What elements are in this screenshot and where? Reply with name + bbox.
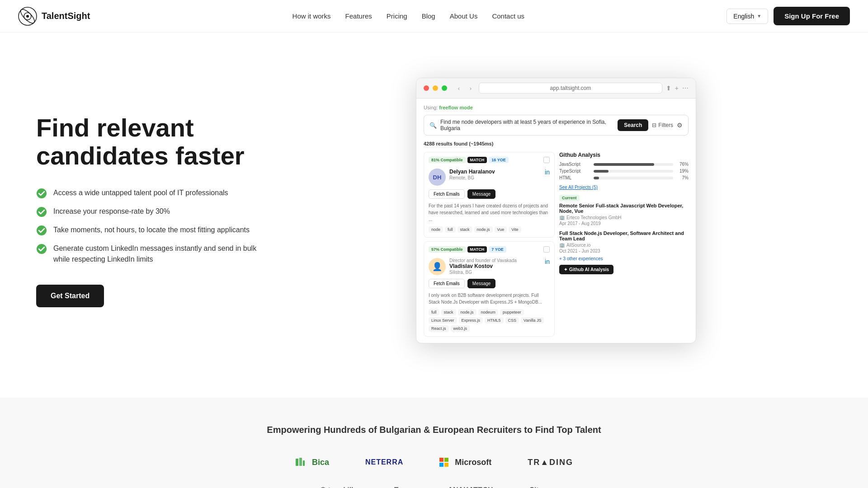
bar-pct-js: 76% bbox=[676, 162, 689, 167]
candidate-2-avatar: 👤 bbox=[429, 258, 446, 275]
svg-rect-8 bbox=[296, 459, 298, 466]
candidate-1-info: DH Delyan Haralanov Remote, BG in bbox=[429, 169, 550, 186]
skill-2-nodejs: node.js bbox=[458, 309, 476, 315]
candidate-card-1: 81% Compatible MATCH 16 YOE DH Delyan Ha… bbox=[424, 152, 555, 238]
search-icon: 🔍 bbox=[429, 122, 437, 129]
signup-button[interactable]: Sign Up For Free bbox=[774, 7, 850, 25]
nav-pricing[interactable]: Pricing bbox=[387, 12, 407, 20]
candidate-1-location: Remote, BG bbox=[449, 175, 541, 180]
browser-maximize-dot bbox=[442, 85, 447, 91]
candidate-1-checkbox[interactable] bbox=[543, 157, 550, 163]
fetch-emails-btn-1[interactable]: Fetch Emails bbox=[429, 189, 465, 199]
partner-bica: Bica bbox=[295, 457, 329, 468]
more-icon: ⋯ bbox=[682, 84, 689, 92]
hero-section: Find relevant candidates faster Access a… bbox=[0, 33, 868, 398]
compatible-badge-1: 81% Compatible bbox=[429, 157, 466, 163]
job-entry-2: Full Stack Node.js Developer, Software A… bbox=[559, 230, 689, 253]
candidate-2-checkbox[interactable] bbox=[543, 246, 550, 253]
skill-2-express: Express.js bbox=[459, 317, 483, 324]
logo-link[interactable]: TalentSight bbox=[18, 7, 90, 26]
get-started-button[interactable]: Get Started bbox=[36, 285, 104, 307]
microsoft-label: Microsoft bbox=[455, 458, 491, 467]
search-bar[interactable]: 🔍 Find me node developers with at least … bbox=[424, 115, 689, 136]
job-entry-1: Current Remote Senior Full-stack Javascr… bbox=[559, 194, 689, 226]
compatible-badge-2: 57% Compatible bbox=[429, 246, 466, 253]
candidate-2-badges: 57% Compatible MATCH 7 YOE bbox=[429, 246, 506, 253]
job-dates-1: Apr 2017 - Aug 2019 bbox=[559, 221, 689, 226]
skill-2-html5: HTML5 bbox=[485, 317, 504, 324]
mode-value: freeflow mode bbox=[439, 105, 473, 110]
feature-item-3: Take moments, not hours, to locate the m… bbox=[36, 225, 262, 236]
see-projects-link[interactable]: See All Projects (5) bbox=[559, 185, 689, 190]
nav-about[interactable]: About Us bbox=[450, 12, 478, 20]
skill-stack: stack bbox=[458, 226, 472, 233]
bar-track-js bbox=[594, 163, 673, 166]
feature-item-1: Access a wide untapped talent pool of IT… bbox=[36, 188, 262, 199]
anakatech-label: ANAKATECH bbox=[448, 486, 493, 488]
github-bar-js: JavaScript 76% bbox=[559, 162, 689, 167]
match-badge-2: MATCH bbox=[467, 246, 487, 253]
skill-2-full: full bbox=[429, 309, 439, 315]
skill-node: node bbox=[429, 226, 443, 233]
share-icon: ⬆ bbox=[666, 84, 671, 92]
bar-label-html: HTML bbox=[559, 175, 591, 180]
svg-point-4 bbox=[37, 188, 47, 198]
bar-pct-html: 7% bbox=[676, 175, 689, 180]
skill-full: full bbox=[445, 226, 456, 233]
feature-item-2: Increase your response-rate by 30% bbox=[36, 206, 262, 217]
check-icon-1 bbox=[36, 188, 47, 199]
nav-features[interactable]: Features bbox=[345, 12, 372, 20]
feature-item-4: Generate custom LinkedIn messages instan… bbox=[36, 243, 262, 265]
company-icon-1: 🏢 bbox=[559, 215, 565, 220]
hero-illustration: ‹ › app.taltsight.com ⬆ + ⋯ Using: freef… bbox=[280, 78, 832, 343]
browser-forward-icon: › bbox=[466, 84, 475, 93]
browser-back-icon: ‹ bbox=[454, 84, 463, 93]
skill-2-vanilla: Vanilla JS bbox=[521, 317, 544, 324]
hero-content: Find relevant candidates faster Access a… bbox=[36, 114, 262, 307]
language-selector[interactable]: English ▼ bbox=[726, 9, 768, 24]
fetch-emails-btn-2[interactable]: Fetch Emails bbox=[429, 279, 465, 288]
candidate-2-actions: Fetch Emails Message bbox=[429, 279, 550, 288]
linkedin-icon-1[interactable]: in bbox=[545, 169, 550, 176]
results-count: 4288 results found (~1945ms) bbox=[424, 141, 689, 146]
nav-right: English ▼ Sign Up For Free bbox=[726, 7, 850, 25]
pesoo-label: pEsoo bbox=[390, 486, 412, 488]
nav-contact[interactable]: Contact us bbox=[492, 12, 524, 20]
partner-city: City... bbox=[529, 486, 548, 488]
partners-section: Empowering Hundreds of Bulgarian & Europ… bbox=[0, 398, 868, 488]
message-btn-1[interactable]: Message bbox=[467, 189, 496, 199]
nav-links: How it works Features Pricing Blog About… bbox=[292, 12, 525, 20]
candidate-1-desc: For the past 14 years I have created doz… bbox=[429, 202, 550, 223]
search-query-text: Find me node developers with at least 5 … bbox=[440, 119, 614, 131]
candidate-1-details: Delyan Haralanov Remote, BG bbox=[449, 169, 541, 180]
candidate-1-avatar: DH bbox=[429, 169, 446, 186]
current-badge: Current bbox=[559, 195, 580, 201]
app-content: 81% Compatible MATCH 16 YOE DH Delyan Ha… bbox=[424, 152, 689, 337]
more-experiences: + 3 other experiences bbox=[559, 256, 689, 261]
bar-label-js: JavaScript bbox=[559, 162, 591, 167]
nav-how-it-works[interactable]: How it works bbox=[292, 12, 331, 20]
candidate-2-desc: I only work on B2B software development … bbox=[429, 292, 550, 305]
bica-label: Bica bbox=[312, 458, 329, 467]
svg-point-7 bbox=[37, 244, 47, 254]
skill-nodejs: node.js bbox=[474, 226, 493, 233]
browser-toolbar: ⬆ + ⋯ bbox=[666, 84, 689, 92]
github-ai-button[interactable]: ✦ Github AI Analysis bbox=[559, 265, 613, 274]
nav-blog[interactable]: Blog bbox=[422, 12, 435, 20]
job-company-2: 🏢 AllSource.io bbox=[559, 243, 689, 248]
mode-label: Using: freeflow mode bbox=[424, 105, 689, 110]
partners-row-1: Bica NETERRA Microsoft TR▲DING bbox=[36, 457, 832, 468]
skill-2-react: React.js bbox=[429, 325, 449, 332]
settings-icon[interactable]: ⚙ bbox=[677, 122, 683, 129]
partner-microsoft: Microsoft bbox=[439, 458, 491, 467]
message-btn-2[interactable]: Message bbox=[467, 279, 496, 288]
feature-text-3: Take moments, not hours, to locate the m… bbox=[53, 225, 250, 235]
bar-track-ts bbox=[594, 170, 673, 173]
filters-button[interactable]: ⊟ Filters bbox=[652, 122, 673, 128]
search-button[interactable]: Search bbox=[618, 119, 648, 131]
bar-pct-ts: 19% bbox=[676, 169, 689, 174]
candidate-2-skills: full stack node.js nodeum puppeteer Linu… bbox=[429, 309, 550, 332]
candidate-2-role: Director and founder of Vavakada bbox=[449, 258, 541, 263]
linkedin-icon-2[interactable]: in bbox=[545, 258, 550, 265]
partner-pesoo: pEsoo bbox=[390, 486, 412, 488]
